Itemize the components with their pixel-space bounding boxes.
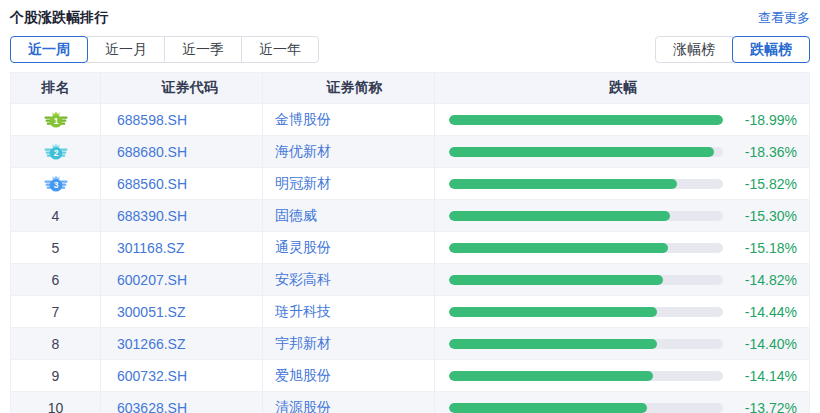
rank-type-tab-1[interactable]: 跌幅榜: [732, 36, 810, 63]
rank-cell: 9: [11, 360, 101, 391]
period-tab-0[interactable]: 近一周: [10, 36, 88, 63]
stock-name-link[interactable]: 固德威: [275, 207, 317, 225]
rank-type-tab-0[interactable]: 涨幅榜: [655, 36, 733, 63]
name-cell: 金博股份: [263, 104, 435, 135]
table-row: 10603628.SH清源股份-13.72%: [11, 391, 809, 413]
stock-code-link[interactable]: 688598.SH: [117, 112, 187, 128]
change-cell: -15.82%: [435, 168, 809, 199]
table-row: 2688680.SH海优新材-18.36%: [11, 135, 809, 167]
rank-cell: 4: [11, 200, 101, 231]
stock-name-link[interactable]: 海优新材: [275, 143, 331, 161]
change-percent: -14.14%: [733, 368, 797, 384]
change-bar-track: [449, 307, 723, 317]
table-row: 5301168.SZ通灵股份-15.18%: [11, 231, 809, 263]
rank-number: 7: [52, 304, 60, 320]
change-percent: -15.30%: [733, 208, 797, 224]
period-tab-3[interactable]: 近一年: [241, 36, 319, 63]
name-cell: 固德威: [263, 200, 435, 231]
rank-2-medal-icon: 2: [44, 143, 68, 160]
change-cell: -14.44%: [435, 296, 809, 327]
ranking-table: 排名证券代码证券简称跌幅 1688598.SH金博股份-18.99%268868…: [10, 72, 810, 413]
rank-cell: 10: [11, 392, 101, 413]
panel-topbar: 个股涨跌幅排行 查看更多: [0, 0, 820, 27]
change-bar-track: [449, 211, 723, 221]
change-cell: -15.18%: [435, 232, 809, 263]
stock-name-link[interactable]: 明冠新材: [275, 175, 331, 193]
change-bar: [449, 307, 657, 317]
stock-name-link[interactable]: 清源股份: [275, 399, 331, 413]
table-row: 4688390.SH固德威-15.30%: [11, 199, 809, 231]
svg-text:2: 2: [53, 148, 58, 158]
change-bar: [449, 339, 657, 349]
table-row: 8301266.SZ宇邦新材-14.40%: [11, 327, 809, 359]
rank-type-tabs: 涨幅榜跌幅榜: [655, 36, 810, 63]
change-bar-track: [449, 243, 723, 253]
name-cell: 琏升科技: [263, 296, 435, 327]
rank-number: 9: [52, 368, 60, 384]
rank-number: 8: [52, 336, 60, 352]
code-cell: 600207.SH: [101, 264, 263, 295]
stock-code-link[interactable]: 688680.SH: [117, 144, 187, 160]
change-bar: [449, 211, 670, 221]
name-cell: 安彩高科: [263, 264, 435, 295]
stock-name-link[interactable]: 宇邦新材: [275, 335, 331, 353]
code-cell: 300051.SZ: [101, 296, 263, 327]
rank-cell: 3: [11, 168, 101, 199]
stock-code-link[interactable]: 301266.SZ: [117, 336, 186, 352]
change-bar: [449, 115, 723, 125]
change-bar: [449, 179, 677, 189]
name-cell: 宇邦新材: [263, 328, 435, 359]
change-bar: [449, 275, 663, 285]
period-tab-2[interactable]: 近一季: [164, 36, 242, 63]
rank-number: 4: [52, 208, 60, 224]
stock-code-link[interactable]: 603628.SH: [117, 400, 187, 413]
code-cell: 688560.SH: [101, 168, 263, 199]
rank-1-medal-icon: 1: [44, 111, 68, 128]
stock-name-link[interactable]: 琏升科技: [275, 303, 331, 321]
change-cell: -15.30%: [435, 200, 809, 231]
change-percent: -14.40%: [733, 336, 797, 352]
change-bar: [449, 243, 668, 253]
code-cell: 603628.SH: [101, 392, 263, 413]
change-bar-track: [449, 179, 723, 189]
column-header-0: 排名: [11, 73, 101, 103]
name-cell: 明冠新材: [263, 168, 435, 199]
code-cell: 688680.SH: [101, 136, 263, 167]
stock-code-link[interactable]: 600732.SH: [117, 368, 187, 384]
stock-name-link[interactable]: 爱旭股份: [275, 367, 331, 385]
change-bar-track: [449, 115, 723, 125]
change-bar-track: [449, 339, 723, 349]
change-cell: -14.14%: [435, 360, 809, 391]
change-cell: -13.72%: [435, 392, 809, 413]
table-row: 7300051.SZ琏升科技-14.44%: [11, 295, 809, 327]
change-cell: -18.36%: [435, 136, 809, 167]
change-percent: -15.18%: [733, 240, 797, 256]
svg-text:1: 1: [53, 116, 58, 126]
name-cell: 爱旭股份: [263, 360, 435, 391]
view-more-link[interactable]: 查看更多: [758, 9, 810, 27]
stock-code-link[interactable]: 688390.SH: [117, 208, 187, 224]
stock-code-link[interactable]: 301168.SZ: [117, 240, 184, 256]
stock-name-link[interactable]: 通灵股份: [275, 239, 331, 257]
period-tabs: 近一周近一月近一季近一年: [10, 36, 319, 63]
stock-code-link[interactable]: 300051.SZ: [117, 304, 186, 320]
change-bar-track: [449, 403, 723, 413]
period-tab-1[interactable]: 近一月: [87, 36, 165, 63]
name-cell: 清源股份: [263, 392, 435, 413]
stock-name-link[interactable]: 安彩高科: [275, 271, 331, 289]
rank-number: 5: [52, 240, 60, 256]
change-cell: -14.40%: [435, 328, 809, 359]
table-row: 1688598.SH金博股份-18.99%: [11, 103, 809, 135]
stock-code-link[interactable]: 600207.SH: [117, 272, 187, 288]
stock-code-link[interactable]: 688560.SH: [117, 176, 187, 192]
change-bar: [449, 371, 653, 381]
change-percent: -14.44%: [733, 304, 797, 320]
column-header-1: 证券代码: [101, 73, 263, 103]
name-cell: 通灵股份: [263, 232, 435, 263]
stock-name-link[interactable]: 金博股份: [275, 111, 331, 129]
change-percent: -18.36%: [733, 144, 797, 160]
code-cell: 301266.SZ: [101, 328, 263, 359]
rank-3-medal-icon: 3: [44, 175, 68, 192]
svg-text:3: 3: [53, 180, 58, 190]
rank-cell: 7: [11, 296, 101, 327]
